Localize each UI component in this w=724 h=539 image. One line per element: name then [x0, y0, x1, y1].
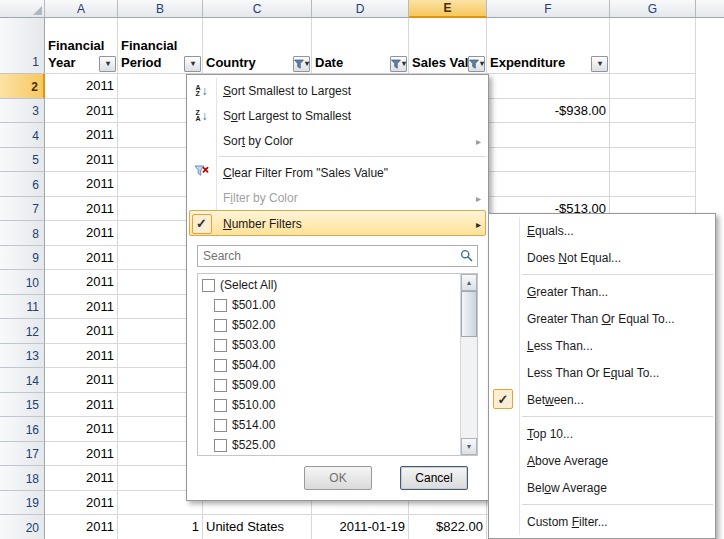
checkbox-icon[interactable]: [202, 279, 215, 292]
row-header-12[interactable]: 12: [0, 319, 45, 344]
row-header-20[interactable]: 20: [0, 515, 45, 539]
cell-a2[interactable]: 2011: [45, 74, 118, 99]
cell-a19[interactable]: 2011: [45, 491, 118, 516]
filter-value-option[interactable]: $514.00: [198, 415, 460, 435]
ok-button[interactable]: OK: [304, 466, 372, 490]
menu-item-filter-by-color[interactable]: Filter by Color ▸: [187, 185, 488, 210]
filter-value-option[interactable]: $509.00: [198, 375, 460, 395]
search-icon[interactable]: [460, 249, 473, 265]
cancel-button[interactable]: Cancel: [400, 466, 468, 490]
checkbox-icon[interactable]: [214, 319, 227, 332]
row-header-11[interactable]: 11: [0, 295, 45, 320]
filter-value-option[interactable]: $504.00: [198, 355, 460, 375]
header-cell-g[interactable]: [610, 18, 696, 74]
submenu-item-greater-than-or-equal[interactable]: Greater Than Or Equal To...: [489, 305, 715, 332]
select-all-button[interactable]: [0, 0, 45, 18]
menu-item-sort-by-color[interactable]: Sort by Color ▸: [187, 128, 488, 153]
header-cell-a[interactable]: Financial Year▾: [45, 18, 118, 74]
submenu-item-above-average[interactable]: Above Average: [489, 447, 715, 474]
submenu-item-does-not-equal[interactable]: Does Not Equal...: [489, 244, 715, 271]
submenu-item-top-10[interactable]: Top 10...: [489, 420, 715, 447]
filter-applied-button-e[interactable]: ▾: [468, 56, 485, 72]
menu-item-sort-largest-to-smallest[interactable]: ZA↓ Sort Largest to Smallest: [187, 103, 488, 128]
header-cell-c[interactable]: Country▾: [203, 18, 312, 74]
cell-a20[interactable]: 2011: [45, 515, 118, 539]
cell-a6[interactable]: 2011: [45, 172, 118, 197]
filter-value-option[interactable]: $510.00: [198, 395, 460, 415]
filter-value-option[interactable]: $503.00: [198, 335, 460, 355]
search-input[interactable]: [197, 245, 478, 267]
column-header-d[interactable]: D: [312, 0, 409, 18]
checkbox-icon[interactable]: [214, 419, 227, 432]
checkbox-icon[interactable]: [214, 399, 227, 412]
cell-a12[interactable]: 2011: [45, 319, 118, 344]
checkbox-icon[interactable]: [214, 439, 227, 452]
row-header-10[interactable]: 10: [0, 270, 45, 295]
row-header-1[interactable]: 1: [0, 18, 45, 74]
scroll-up-button[interactable]: ▲: [461, 274, 477, 291]
cell-f3[interactable]: -$938.00: [487, 99, 610, 124]
row-header-15[interactable]: 15: [0, 393, 45, 418]
cell-f6[interactable]: [487, 172, 610, 197]
cell-g2[interactable]: [610, 74, 696, 99]
row-header-7[interactable]: 7: [0, 197, 45, 222]
column-header-f[interactable]: F: [487, 0, 610, 18]
row-header-18[interactable]: 18: [0, 466, 45, 491]
scroll-track[interactable]: [461, 291, 477, 438]
filter-applied-button-d[interactable]: ▾: [390, 56, 407, 72]
filter-dropdown-button-b[interactable]: ▾: [184, 56, 201, 72]
header-cell-b[interactable]: Financial Period▾: [118, 18, 203, 74]
cell-g6[interactable]: [610, 172, 696, 197]
row-header-3[interactable]: 3: [0, 99, 45, 124]
filter-value-option[interactable]: $502.00: [198, 315, 460, 335]
cell-f5[interactable]: [487, 148, 610, 173]
cell-a15[interactable]: 2011: [45, 393, 118, 418]
cell-a3[interactable]: 2011: [45, 99, 118, 124]
filter-applied-button-c[interactable]: ▾: [293, 56, 310, 72]
header-cell-f[interactable]: Expenditure▾: [487, 18, 610, 74]
checkbox-icon[interactable]: [214, 379, 227, 392]
cell-a7[interactable]: 2011: [45, 197, 118, 222]
cell-a11[interactable]: 2011: [45, 295, 118, 320]
row-header-5[interactable]: 5: [0, 148, 45, 173]
cell-a10[interactable]: 2011: [45, 270, 118, 295]
checkbox-icon[interactable]: [214, 339, 227, 352]
cell-f4[interactable]: [487, 123, 610, 148]
row-header-16[interactable]: 16: [0, 417, 45, 442]
row-header-2[interactable]: 2: [0, 74, 45, 99]
row-header-13[interactable]: 13: [0, 344, 45, 369]
checkbox-icon[interactable]: [214, 299, 227, 312]
cell-e20[interactable]: $822.00: [409, 515, 487, 539]
row-header-14[interactable]: 14: [0, 368, 45, 393]
submenu-item-equals[interactable]: Equals...: [489, 217, 715, 244]
row-header-4[interactable]: 4: [0, 123, 45, 148]
cell-a14[interactable]: 2011: [45, 368, 118, 393]
row-header-6[interactable]: 6: [0, 172, 45, 197]
column-header-g[interactable]: G: [610, 0, 696, 18]
menu-item-number-filters[interactable]: ✓ Number Filters ▸: [187, 210, 488, 237]
submenu-item-less-than[interactable]: Less Than...: [489, 332, 715, 359]
cell-a5[interactable]: 2011: [45, 148, 118, 173]
row-header-9[interactable]: 9: [0, 246, 45, 271]
cell-a8[interactable]: 2011: [45, 221, 118, 246]
row-header-19[interactable]: 19: [0, 491, 45, 516]
cell-a4[interactable]: 2011: [45, 123, 118, 148]
submenu-item-below-average[interactable]: Below Average: [489, 474, 715, 501]
cell-f2[interactable]: [487, 74, 610, 99]
scroll-down-button[interactable]: ▼: [461, 438, 477, 455]
filter-value-select-all[interactable]: (Select All): [198, 275, 460, 295]
scroll-thumb[interactable]: [461, 291, 477, 337]
submenu-item-custom-filter[interactable]: Custom Filter...: [489, 508, 715, 535]
checkbox-icon[interactable]: [214, 359, 227, 372]
cell-a17[interactable]: 2011: [45, 442, 118, 467]
cell-a18[interactable]: 2011: [45, 466, 118, 491]
cell-d20[interactable]: 2011-01-19: [312, 515, 409, 539]
cell-g4[interactable]: [610, 123, 696, 148]
submenu-item-greater-than[interactable]: Greater Than...: [489, 278, 715, 305]
header-cell-d[interactable]: Date▾: [312, 18, 409, 74]
cell-a16[interactable]: 2011: [45, 417, 118, 442]
filter-dropdown-button-a[interactable]: ▾: [99, 56, 116, 72]
row-header-17[interactable]: 17: [0, 442, 45, 467]
header-cell-e[interactable]: Sales Value▾: [409, 18, 487, 74]
filter-value-option[interactable]: $525.00: [198, 435, 460, 455]
